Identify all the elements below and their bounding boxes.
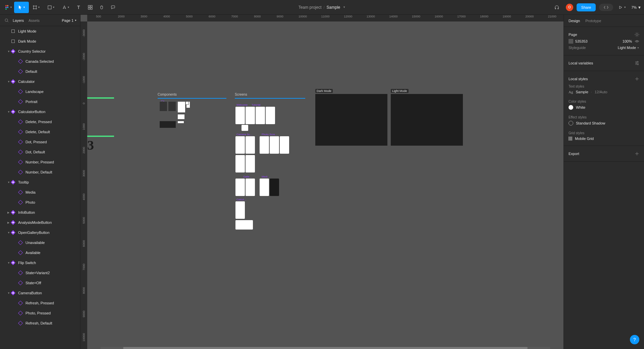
sun-icon[interactable] <box>635 32 639 37</box>
help-button[interactable]: ? <box>630 335 639 344</box>
screen-thumbnail[interactable] <box>270 179 279 196</box>
layer-row[interactable]: Dot, Default <box>0 147 80 157</box>
main-menu-button[interactable]: ▼ <box>3 2 14 13</box>
screen-thumbnail[interactable] <box>260 136 269 154</box>
chevron-down-icon[interactable]: ▼ <box>343 6 345 9</box>
layer-row[interactable]: Media <box>0 187 80 197</box>
layer-row[interactable]: Photo <box>0 197 80 207</box>
expand-caret-icon[interactable]: ▼ <box>7 181 10 184</box>
background-swatch[interactable] <box>569 39 573 44</box>
text-tool-button[interactable]: T <box>73 2 85 13</box>
screen-thumbnail[interactable] <box>246 179 255 196</box>
move-tool-button[interactable]: ▼ <box>14 2 29 13</box>
layer-row[interactable]: Default <box>0 66 80 77</box>
dev-mode-toggle[interactable] <box>599 4 613 11</box>
pen-tool-button[interactable]: ▼ <box>58 2 73 13</box>
screen-thumbnail[interactable] <box>235 220 253 230</box>
section-label-components[interactable]: Components <box>158 93 177 96</box>
layer-row[interactable]: ▶AnalysisModeButton <box>0 217 80 228</box>
layer-row[interactable]: Portrait <box>0 97 80 107</box>
visibility-toggle[interactable] <box>635 39 639 44</box>
layer-row[interactable]: ▼Flip Switch <box>0 258 80 268</box>
user-avatar[interactable]: O <box>566 4 573 11</box>
layer-row[interactable]: Canada Selected <box>0 56 80 66</box>
resources-button[interactable] <box>85 2 96 13</box>
audio-button[interactable] <box>551 2 562 13</box>
shape-tool-button[interactable]: ▼ <box>44 2 58 13</box>
layer-row[interactable]: Landscape <box>0 87 80 97</box>
layer-row[interactable]: State=Off <box>0 278 80 288</box>
tab-layers[interactable]: Layers <box>13 18 24 22</box>
screen-thumbnail[interactable] <box>246 136 255 154</box>
section-label-screens[interactable]: Screens <box>235 93 247 96</box>
layer-row[interactable]: Delete, Pressed <box>0 117 80 127</box>
share-button[interactable]: Share <box>577 3 596 11</box>
expand-caret-icon[interactable]: ▼ <box>7 261 10 264</box>
expand-caret-icon[interactable]: ▼ <box>7 80 10 83</box>
expand-caret-icon[interactable]: ▼ <box>7 231 10 234</box>
horizontal-scrollbar[interactable] <box>101 347 550 349</box>
expand-caret-icon[interactable]: ▼ <box>7 110 10 113</box>
color-style-item[interactable]: White <box>569 103 639 111</box>
tab-assets[interactable]: Assets <box>29 18 40 22</box>
layer-row[interactable]: Refresh, Pressed <box>0 298 80 308</box>
layer-row[interactable]: ▼Tooltip <box>0 177 80 187</box>
screen-thumbnail[interactable] <box>246 155 255 172</box>
canvas-area[interactable]: 5002000300040005000600070008000900010000… <box>80 15 564 349</box>
expand-caret-icon[interactable]: ▼ <box>7 292 10 295</box>
screen-thumbnail[interactable] <box>256 107 265 124</box>
layer-row[interactable]: State=Variant2 <box>0 268 80 278</box>
layer-row[interactable]: Available <box>0 248 80 258</box>
hand-tool-button[interactable] <box>96 2 107 13</box>
grid-style-item[interactable]: Mobile Grid <box>569 135 639 142</box>
layer-row[interactable]: Number, Pressed <box>0 157 80 167</box>
layer-row[interactable]: Dot, Pressed <box>0 137 80 147</box>
text-style-item[interactable]: Ag Sample · 12/Auto <box>569 88 639 96</box>
expand-caret-icon[interactable]: ▼ <box>7 50 10 53</box>
project-name[interactable]: Team project <box>299 5 322 10</box>
screen-thumbnail[interactable] <box>241 125 248 131</box>
layer-row[interactable]: ▼CalculatorButton <box>0 107 80 117</box>
expand-caret-icon[interactable]: ▶ <box>7 221 10 224</box>
canvas[interactable]: 3 Components Ca… Screens <box>87 21 564 349</box>
screen-thumbnail[interactable] <box>280 136 289 154</box>
tab-design[interactable]: Design <box>569 19 580 23</box>
frame-light-mode[interactable]: Light Mode <box>391 94 463 146</box>
zoom-selector[interactable]: 7% ▼ <box>631 5 641 9</box>
screen-thumbnail[interactable] <box>235 179 245 196</box>
frame-dark-mode[interactable]: Dark Mode <box>315 94 387 146</box>
background-opacity[interactable]: 100% <box>623 39 632 43</box>
screen-thumbnail[interactable] <box>270 136 279 154</box>
effect-style-item[interactable]: Standard Shadow <box>569 119 639 127</box>
comment-tool-button[interactable] <box>107 2 119 13</box>
present-button[interactable]: ▼ <box>616 2 628 13</box>
layer-row[interactable]: ▼Country Selector <box>0 46 80 56</box>
layer-row[interactable]: Photo, Pressed <box>0 308 80 318</box>
layer-row[interactable]: Number, Default <box>0 167 80 177</box>
screen-thumbnail[interactable] <box>260 179 269 196</box>
screen-thumbnail[interactable] <box>235 136 245 154</box>
background-hex[interactable]: 535353 <box>575 39 588 43</box>
layer-row[interactable]: Unavailable <box>0 238 80 248</box>
screen-thumbnail[interactable] <box>266 107 275 124</box>
expand-caret-icon[interactable]: ▶ <box>7 211 10 214</box>
search-layers-button[interactable] <box>3 18 10 22</box>
layer-row[interactable]: Light Mode <box>0 26 80 36</box>
file-name[interactable]: Sample <box>327 5 340 10</box>
settings-icon[interactable] <box>635 61 639 65</box>
layer-row[interactable]: ▶InfoButton <box>0 207 80 217</box>
layer-row[interactable]: ▼CameraButton <box>0 288 80 298</box>
screen-thumbnail[interactable] <box>235 201 245 219</box>
styleguide-mode-selector[interactable]: Light Mode ▼ <box>618 46 639 50</box>
layer-row[interactable]: ▼OpenGalleryButton <box>0 228 80 238</box>
layer-row[interactable]: Dark Mode <box>0 36 80 46</box>
frame-tool-button[interactable]: ▼ <box>29 2 44 13</box>
scrollbar-thumb[interactable] <box>123 347 528 349</box>
layer-row[interactable]: Delete, Default <box>0 127 80 137</box>
layer-row[interactable]: Refresh, Default <box>0 318 80 328</box>
add-style-button[interactable] <box>635 77 639 81</box>
page-selector[interactable]: Page 1 ▼ <box>62 18 77 22</box>
components-cluster[interactable] <box>159 101 200 135</box>
screen-thumbnail[interactable] <box>235 107 245 124</box>
layer-row[interactable]: ▼Calculator <box>0 77 80 87</box>
